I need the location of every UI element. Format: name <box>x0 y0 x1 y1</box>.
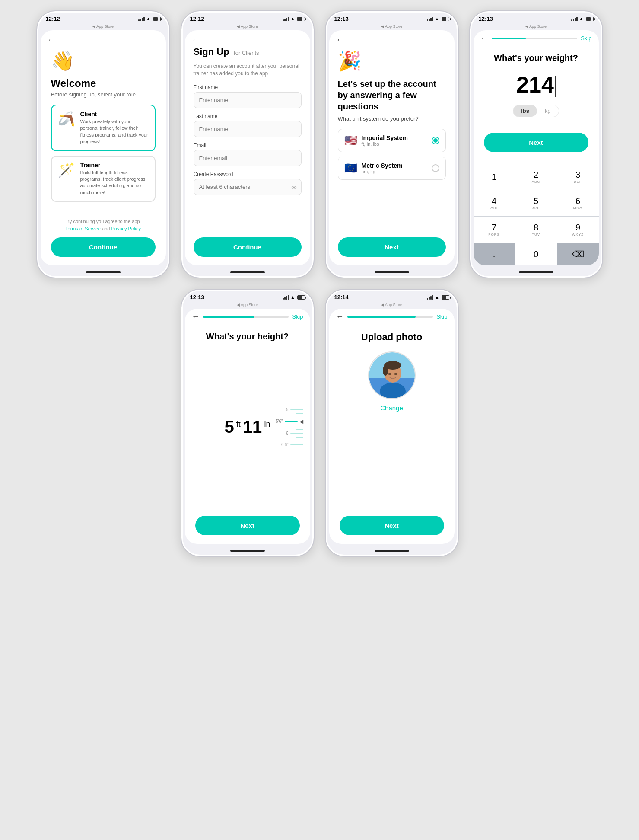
num-key-6[interactable]: 6MNO <box>557 190 599 216</box>
welcome-inner: 👋 Welcome Before signing up, select your… <box>41 46 166 265</box>
num-key-4[interactable]: 4GHI <box>474 190 515 216</box>
trainer-icon: 🪄 <box>58 162 75 178</box>
avatar-wrap <box>368 351 416 399</box>
avatar-image <box>369 352 416 399</box>
num-key-dot[interactable]: . <box>474 243 515 265</box>
screen-signup-content: ← Sign Up for Clients You can create an … <box>185 30 310 265</box>
role-client-title: Client <box>80 111 149 118</box>
num-key-5[interactable]: 5JKL <box>515 190 557 216</box>
next-button-4[interactable]: Next <box>484 133 588 152</box>
lastname-input[interactable] <box>194 121 302 137</box>
battery-icon-1 <box>153 17 161 21</box>
num-key-2[interactable]: 2ABC <box>515 164 557 190</box>
unit-toggle-kg[interactable]: kg <box>537 105 559 117</box>
screen-height-content: ← Skip What's your height? 5 ft 11 in 5 <box>185 309 310 544</box>
back-arrow-3[interactable]: ← <box>329 30 455 46</box>
back-arrow-6[interactable]: ← <box>336 312 344 321</box>
ruler-tick-short-1 <box>296 413 303 414</box>
firstname-input[interactable] <box>194 92 302 108</box>
app-store-bar-3: ◀ App Store <box>326 24 458 30</box>
eye-icon[interactable]: 👁 <box>291 185 297 192</box>
back-arrow-1[interactable]: ← <box>41 30 166 46</box>
ruler-tick-short-3 <box>296 417 303 417</box>
phone-weight: 12:13 ▲ ◀ App Store ← Skip What's your w… <box>469 10 603 278</box>
skip-button-5[interactable]: Skip <box>292 313 303 320</box>
next-button-3[interactable]: Next <box>338 237 446 257</box>
status-icons-2: ▲ <box>283 16 305 21</box>
home-indicator-1 <box>86 271 121 273</box>
metric-flag: 🇪🇺 <box>344 162 357 174</box>
role-card-client[interactable]: 🪃 Client Work privately with your person… <box>51 105 156 151</box>
app-store-bar-6: ◀ App Store <box>326 302 458 309</box>
battery-icon-6 <box>442 295 449 300</box>
progress-bar-fill-6 <box>347 316 416 318</box>
app-store-bar-1: ◀ App Store <box>37 24 169 30</box>
welcome-subtitle: Before signing up, select your role <box>51 91 156 98</box>
back-arrow-4[interactable]: ← <box>480 34 488 43</box>
ruler-line-group-66: 6'6" <box>281 442 303 447</box>
unit-toggle-lbs[interactable]: lbs <box>513 105 537 117</box>
terms-text: By continuing you agree to the app Terms… <box>51 213 156 232</box>
screen-weight-content: ← Skip What's your weight? 214 lbs kg Ne… <box>474 30 599 265</box>
next-button-6[interactable]: Next <box>340 516 444 535</box>
num-key-9[interactable]: 9WXYZ <box>557 217 599 243</box>
privacy-policy-link[interactable]: Privacy Policy <box>111 226 140 231</box>
status-bar-1: 12:12 ▲ <box>37 11 169 24</box>
home-indicator-5 <box>230 550 265 552</box>
password-field-wrap: 👁 <box>194 179 302 200</box>
ruler-label-6: 6 <box>286 431 289 436</box>
unit-option-imperial[interactable]: 🇺🇸 Imperial System ft, in, lbs <box>338 129 446 152</box>
signal-icon-1 <box>138 17 145 21</box>
wifi-icon-5: ▲ <box>291 295 295 300</box>
wifi-icon-2: ▲ <box>291 16 295 21</box>
app-store-bar-4: ◀ App Store <box>470 24 602 30</box>
imperial-text: Imperial System ft, in, lbs <box>362 134 408 147</box>
svg-point-7 <box>388 373 391 375</box>
num-key-8[interactable]: 8TUV <box>515 217 557 243</box>
ruler-tick-short-4 <box>296 426 303 426</box>
change-photo-button[interactable]: Change <box>380 404 403 412</box>
num-key-1[interactable]: 1 <box>474 164 515 190</box>
num-key-0[interactable]: 0 <box>515 243 557 265</box>
num-key-backspace[interactable]: ⌫ <box>557 243 599 265</box>
role-card-trainer[interactable]: 🪄 Trainer Build full-length fitness prog… <box>51 156 156 202</box>
signup-subtitle: You can create an account after your per… <box>194 63 302 77</box>
ruler-container[interactable]: 5 ft 11 in 5 5'6" ◀ <box>185 348 310 505</box>
metric-sub: cm, kg <box>362 169 403 174</box>
role-trainer-title: Trainer <box>80 162 149 169</box>
field-label-lastname: Last name <box>194 113 302 119</box>
ruler-arrow: ◀ <box>299 418 303 425</box>
field-label-firstname: First name <box>194 84 302 90</box>
back-arrow-5[interactable]: ← <box>192 312 200 321</box>
ruler-line-group-6: 6 <box>286 431 303 436</box>
terms-of-service-link[interactable]: Terms of Service <box>65 226 101 231</box>
ruler-label-56: 5'6" <box>276 419 283 424</box>
back-arrow-2[interactable]: ← <box>185 30 310 46</box>
phone-height: 12:13 ▲ ◀ App Store ← Skip What's your h… <box>181 289 315 557</box>
next-button-5[interactable]: Next <box>195 516 300 535</box>
imperial-radio[interactable] <box>432 137 439 144</box>
num-key-3[interactable]: 3DEF <box>557 164 599 190</box>
imperial-name: Imperial System <box>362 134 408 141</box>
email-input[interactable] <box>194 150 302 166</box>
weight-value: 214 <box>516 72 556 98</box>
home-indicator-3 <box>375 271 409 273</box>
party-emoji: 🎉 <box>338 50 446 72</box>
app-store-label-6: ◀ App Store <box>381 303 402 307</box>
metric-radio[interactable] <box>432 164 439 172</box>
skip-button-4[interactable]: Skip <box>581 35 591 42</box>
phone-unit: 12:13 ▲ ◀ App Store ← 🎉 Let's set up the… <box>325 10 459 278</box>
svg-point-6 <box>383 365 388 376</box>
continue-button-1[interactable]: Continue <box>51 237 156 257</box>
height-section: What's your height? 5 ft 11 in 5 5'6" <box>185 323 310 505</box>
unit-option-metric[interactable]: 🇪🇺 Metric System cm, kg <box>338 157 446 180</box>
screen-photo-content: ← Skip Upload photo <box>329 309 455 544</box>
status-icons-5: ▲ <box>283 295 305 300</box>
num-key-7[interactable]: 7PQRS <box>474 217 515 243</box>
unit-inner: 🎉 Let's set up the account by answering … <box>329 46 455 265</box>
ruler-tick-short-5 <box>296 428 303 428</box>
skip-button-6[interactable]: Skip <box>436 313 447 320</box>
ruler-label-5: 5 <box>286 407 289 412</box>
password-input[interactable] <box>194 179 302 195</box>
continue-button-2[interactable]: Continue <box>194 237 302 257</box>
